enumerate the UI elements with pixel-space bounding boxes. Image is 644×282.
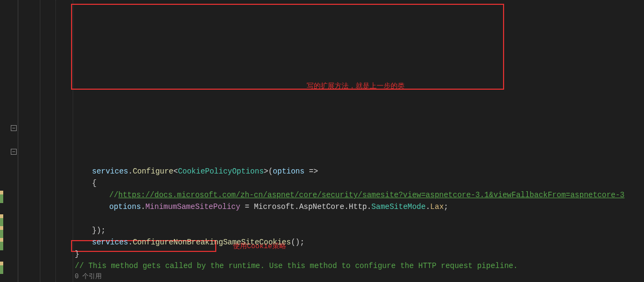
change-mark [0, 265, 3, 274]
fold-toggle[interactable] [11, 149, 17, 155]
change-mark [0, 218, 3, 227]
token: Microsoft [254, 201, 295, 213]
token: services [92, 165, 128, 177]
token: . [367, 201, 371, 213]
token: . [128, 236, 132, 248]
token: . [128, 165, 132, 177]
token: options [109, 201, 141, 213]
token: }); [92, 225, 105, 236]
code-line[interactable]: }); [40, 225, 644, 236]
token: // [109, 189, 118, 201]
token: options [273, 165, 305, 177]
token: // This method gets called by the runtim… [75, 260, 518, 272]
token: MinimumSameSitePolicy [145, 201, 240, 213]
fold-toggle[interactable] [11, 125, 17, 131]
token: . [426, 201, 430, 213]
annotation-extension-method: 写的扩展方法，就是上一步的类 [307, 81, 405, 92]
code-surface[interactable]: 写的扩展方法，就是上一步的类 使用Cookie策略 services.Confi… [40, 0, 644, 282]
token: => [305, 165, 318, 177]
token: services [92, 236, 128, 248]
gutter [0, 0, 40, 282]
token: AspNetCore [299, 201, 344, 213]
code-line[interactable]: services.Configure<CookiePolicyOptions>(… [40, 165, 644, 177]
token: (); [291, 236, 305, 248]
code-line[interactable]: // This method gets called by the runtim… [40, 260, 644, 272]
code-line[interactable]: { [40, 177, 644, 189]
token: Lax [430, 201, 444, 213]
token: SameSiteMode [371, 201, 426, 213]
change-mark [0, 242, 3, 250]
code-line[interactable] [40, 213, 644, 225]
token: = [240, 201, 254, 213]
token: . [344, 201, 349, 213]
code-line[interactable]: } [40, 248, 644, 260]
token: } [75, 248, 79, 260]
change-mark [0, 194, 3, 203]
token: . [141, 201, 145, 213]
code-line[interactable]: options.MinimumSameSitePolicy = Microsof… [40, 201, 644, 213]
code-line[interactable]: //https://docs.microsoft.com/zh-cn/aspne… [40, 189, 644, 201]
token: Configure [133, 165, 174, 177]
code-line[interactable]: services.ConfigureNonBreakingSameSiteCoo… [40, 236, 644, 248]
gutter-line [18, 0, 18, 282]
highlight-box-1 [71, 4, 504, 90]
change-mark [0, 230, 3, 238]
code-line[interactable]: 0 个引用 [40, 272, 644, 281]
codelens-references[interactable]: 0 个引用 [75, 272, 102, 281]
token: { [92, 177, 96, 189]
token: https://docs.microsoft.com/zh-cn/aspnet/… [118, 189, 625, 201]
editor-root: 写的扩展方法，就是上一步的类 使用Cookie策略 services.Confi… [0, 0, 644, 282]
token: ConfigureNonBreakingSameSiteCookies [133, 236, 291, 248]
token: . [295, 201, 299, 213]
token: >( [264, 165, 273, 177]
token: Http [349, 201, 367, 213]
token: CookiePolicyOptions [178, 165, 264, 177]
token: < [173, 165, 178, 177]
token: ; [444, 201, 448, 213]
